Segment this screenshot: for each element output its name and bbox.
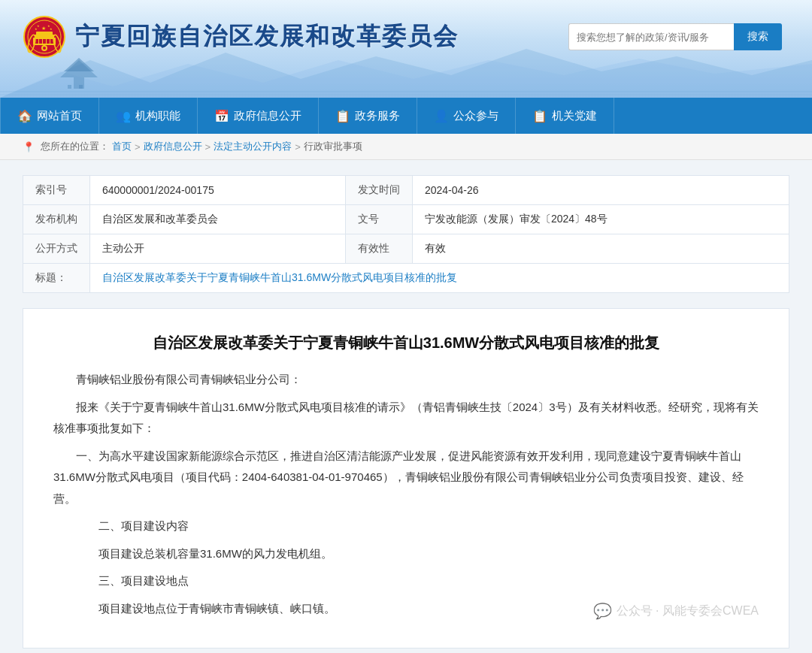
svg-rect-6 <box>39 39 42 44</box>
document-body: 青铜峡铝业股份有限公司青铜峡铝业分公司： 报来《关于宁夏青铜峡牛首山31.6MW… <box>53 369 759 619</box>
calendar-icon: 📅 <box>214 109 229 123</box>
svg-text:★: ★ <box>35 27 38 31</box>
value-doc-title: 自治区发展改革委关于宁夏青铜峡牛首山31.6MW分散式风电项目核准的批复 <box>90 264 789 293</box>
people-icon: 👤 <box>434 109 449 123</box>
watermark: 💬 公众号 · 风能专委会CWEA <box>593 597 759 625</box>
document-title: 自治区发展改革委关于宁夏青铜峡牛首山31.6MW分散式风电项目核准的批复 <box>53 331 759 354</box>
value-docnum: 宁发改能源（发展）审发〔2024〕48号 <box>412 205 789 234</box>
nav-party-label: 机关党建 <box>552 109 597 123</box>
nav-public[interactable]: 👤 公众参与 <box>417 98 516 134</box>
value-validity: 有效 <box>412 234 789 264</box>
breadcrumb-sep-3: > <box>295 141 301 153</box>
svg-rect-7 <box>43 39 46 44</box>
document-area: 自治区发展改革委关于宁夏青铜峡牛首山31.6MW分散式风电项目核准的批复 青铜峡… <box>23 308 789 648</box>
wechat-icon: 💬 <box>593 597 612 625</box>
party-icon: 📋 <box>532 109 547 123</box>
breadcrumb-location-label: 您所在的位置： <box>41 140 109 153</box>
doc-section-2: 二、项目建设内容 <box>53 515 759 537</box>
home-icon: 🏠 <box>17 109 32 123</box>
breadcrumb-home[interactable]: 首页 <box>112 140 132 153</box>
label-date: 发文时间 <box>345 176 412 205</box>
nav-party[interactable]: 📋 机关党建 <box>516 98 614 134</box>
watermark-text: 公众号 · 风能专委会CWEA <box>617 600 759 622</box>
logo-area: ★ ★ ★ ★ ★ 宁夏回族自治区发展和改革委员会 <box>23 15 459 59</box>
label-doc-title: 标题： <box>23 264 90 293</box>
nav-home-label: 网站首页 <box>37 109 82 123</box>
svg-text:★: ★ <box>41 26 46 31</box>
table-row: 公开方式 主动公开 有效性 有效 <box>23 234 789 264</box>
national-emblem: ★ ★ ★ ★ ★ <box>23 15 66 59</box>
label-disclosure: 公开方式 <box>23 234 90 264</box>
value-index: 640000001/2024-00175 <box>90 176 346 205</box>
label-validity: 有效性 <box>345 234 412 264</box>
nav-public-label: 公众参与 <box>453 109 498 123</box>
breadcrumb-statutory[interactable]: 法定主动公开内容 <box>214 140 292 153</box>
nav-services[interactable]: 📋 政务服务 <box>319 98 417 134</box>
site-title: 宁夏回族自治区发展和改革委员会 <box>75 20 459 53</box>
nav-info-label: 政府信息公开 <box>234 109 301 123</box>
doc-para-0: 报来《关于宁夏青铜峡牛首山31.6MW分散式风电项目核准的请示》（青铝青铜峡生技… <box>53 397 759 440</box>
doc-para-3: 项目建设总装机容量31.6MW的风力发电机组。 <box>53 543 759 565</box>
breadcrumb-sep-2: > <box>205 141 211 153</box>
nav-info[interactable]: 📅 政府信息公开 <box>198 98 319 134</box>
svg-rect-25 <box>79 85 83 89</box>
nav-bar: 🏠 网站首页 👥 机构职能 📅 政府信息公开 📋 政务服务 👤 公众参与 📋 机… <box>0 98 812 134</box>
nav-functions[interactable]: 👥 机构职能 <box>99 98 198 134</box>
org-icon: 👥 <box>116 109 131 123</box>
value-disclosure: 主动公开 <box>90 234 346 264</box>
breadcrumb-sep-1: > <box>135 141 141 153</box>
search-area: 搜索 <box>568 23 782 50</box>
value-date: 2024-04-26 <box>412 176 789 205</box>
location-icon: 📍 <box>23 141 35 153</box>
nav-home[interactable]: 🏠 网站首页 <box>0 98 99 134</box>
label-docnum: 文号 <box>345 205 412 234</box>
breadcrumb-current: 行政审批事项 <box>304 140 362 153</box>
breadcrumb-info[interactable]: 政府信息公开 <box>144 140 202 153</box>
label-org: 发布机构 <box>23 205 90 234</box>
search-button[interactable]: 搜索 <box>734 23 782 50</box>
services-icon: 📋 <box>335 109 350 123</box>
search-input[interactable] <box>568 23 734 50</box>
table-row: 发布机构 自治区发展和改革委员会 文号 宁发改能源（发展）审发〔2024〕48号 <box>23 205 789 234</box>
doc-para-1: 一、为高水平建设国家新能源综合示范区，推进自治区清洁能源产业发展，促进风能资源有… <box>53 446 759 510</box>
value-org: 自治区发展和改革委员会 <box>90 205 346 234</box>
nav-services-label: 政务服务 <box>355 109 400 123</box>
breadcrumb: 📍 您所在的位置： 首页 > 政府信息公开 > 法定主动公开内容 > 行政审批事… <box>0 134 812 160</box>
table-row: 索引号 640000001/2024-00175 发文时间 2024-04-26 <box>23 176 789 205</box>
main-content: 索引号 640000001/2024-00175 发文时间 2024-04-26… <box>0 160 812 653</box>
svg-rect-8 <box>47 39 50 44</box>
label-index: 索引号 <box>23 176 90 205</box>
doc-recipient: 青铜峡铝业股份有限公司青铜峡铝业分公司： <box>53 369 759 391</box>
doc-section-4: 三、项目建设地点 <box>53 570 759 592</box>
svg-rect-24 <box>68 85 71 89</box>
info-table: 索引号 640000001/2024-00175 发文时间 2024-04-26… <box>23 175 789 293</box>
nav-functions-label: 机构职能 <box>135 109 180 123</box>
svg-rect-4 <box>36 32 53 35</box>
svg-point-18 <box>43 47 46 50</box>
table-row-title: 标题： 自治区发展改革委关于宁夏青铜峡牛首山31.6MW分散式风电项目核准的批复 <box>23 264 789 293</box>
header: ★ ★ ★ ★ ★ 宁夏回族自治区发展和改革委员会 搜索 <box>0 0 812 98</box>
svg-text:★: ★ <box>50 27 53 31</box>
